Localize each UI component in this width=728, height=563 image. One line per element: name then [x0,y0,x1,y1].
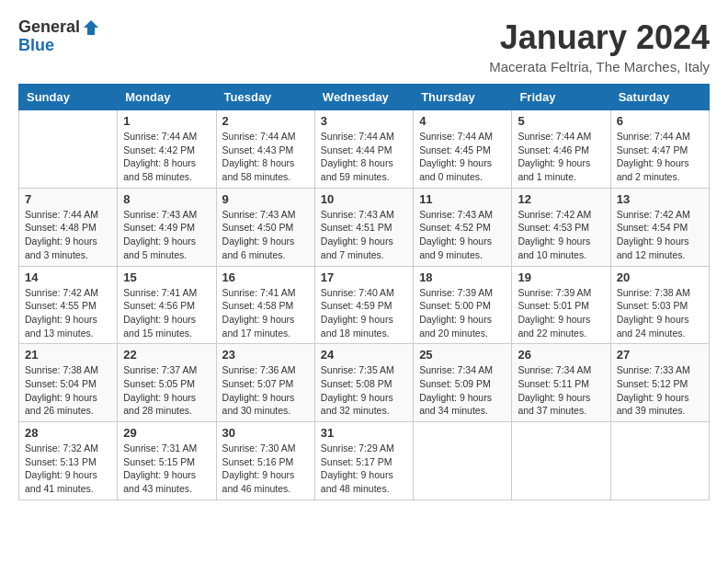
calendar-cell: 29Sunrise: 7:31 AMSunset: 5:15 PMDayligh… [118,422,216,500]
calendar-cell: 20Sunrise: 7:38 AMSunset: 5:03 PMDayligh… [610,266,709,344]
calendar-cell: 1Sunrise: 7:44 AMSunset: 4:42 PMDaylight… [118,110,216,189]
day-number: 13 [617,192,703,206]
day-number: 20 [617,270,703,284]
calendar-cell: 23Sunrise: 7:36 AMSunset: 5:07 PMDayligh… [216,344,314,422]
day-info: Sunrise: 7:41 AMSunset: 4:56 PMDaylight:… [123,286,210,340]
calendar-cell: 11Sunrise: 7:43 AMSunset: 4:52 PMDayligh… [414,188,512,266]
day-number: 19 [518,270,604,284]
day-info: Sunrise: 7:42 AMSunset: 4:53 PMDaylight:… [518,208,604,262]
day-number: 25 [419,348,506,362]
calendar-cell: 31Sunrise: 7:29 AMSunset: 5:17 PMDayligh… [314,422,413,500]
day-number: 17 [321,270,407,284]
day-info: Sunrise: 7:43 AMSunset: 4:51 PMDaylight:… [321,208,407,262]
day-number: 21 [25,348,111,362]
day-number: 30 [222,426,309,440]
day-number: 27 [617,348,703,362]
day-info: Sunrise: 7:42 AMSunset: 4:54 PMDaylight:… [617,208,703,262]
page-header: General Blue January 2024 Macerata Feltr… [18,18,710,75]
calendar-cell: 9Sunrise: 7:43 AMSunset: 4:50 PMDaylight… [216,188,314,266]
day-info: Sunrise: 7:39 AMSunset: 5:01 PMDaylight:… [518,286,604,340]
day-number: 18 [419,270,506,284]
day-number: 24 [321,348,407,362]
day-info: Sunrise: 7:35 AMSunset: 5:08 PMDaylight:… [321,363,407,418]
day-info: Sunrise: 7:40 AMSunset: 4:59 PMDaylight:… [321,286,407,340]
calendar-week-4: 28Sunrise: 7:32 AMSunset: 5:13 PMDayligh… [19,422,710,500]
calendar-cell: 10Sunrise: 7:43 AMSunset: 4:51 PMDayligh… [314,188,413,266]
calendar-cell: 16Sunrise: 7:41 AMSunset: 4:58 PMDayligh… [216,266,314,344]
day-info: Sunrise: 7:34 AMSunset: 5:09 PMDaylight:… [419,363,506,418]
calendar-cell: 8Sunrise: 7:43 AMSunset: 4:49 PMDaylight… [118,188,216,266]
header-saturday: Saturday [610,85,709,110]
logo-icon [82,18,100,37]
day-info: Sunrise: 7:33 AMSunset: 5:12 PMDaylight:… [617,363,703,418]
calendar-cell: 15Sunrise: 7:41 AMSunset: 4:56 PMDayligh… [118,266,216,344]
logo-text: General Blue [18,18,100,55]
header-sunday: Sunday [19,85,118,110]
day-info: Sunrise: 7:43 AMSunset: 4:49 PMDaylight:… [123,208,210,262]
day-number: 4 [419,114,506,128]
day-number: 15 [123,270,210,284]
day-number: 8 [123,192,210,206]
calendar-cell: 21Sunrise: 7:38 AMSunset: 5:04 PMDayligh… [19,344,118,422]
header-monday: Monday [118,85,216,110]
calendar-cell: 18Sunrise: 7:39 AMSunset: 5:00 PMDayligh… [414,266,512,344]
day-info: Sunrise: 7:41 AMSunset: 4:58 PMDaylight:… [222,286,309,340]
calendar-cell: 4Sunrise: 7:44 AMSunset: 4:45 PMDaylight… [414,110,512,189]
calendar-cell: 7Sunrise: 7:44 AMSunset: 4:48 PMDaylight… [19,188,118,266]
day-number: 11 [419,192,506,206]
header-wednesday: Wednesday [314,85,413,110]
day-info: Sunrise: 7:42 AMSunset: 4:55 PMDaylight:… [25,286,111,340]
day-info: Sunrise: 7:44 AMSunset: 4:47 PMDaylight:… [617,130,703,184]
day-number: 10 [321,192,407,206]
day-info: Sunrise: 7:43 AMSunset: 4:50 PMDaylight:… [222,208,309,262]
calendar-cell: 27Sunrise: 7:33 AMSunset: 5:12 PMDayligh… [610,344,709,422]
title-location: Macerata Feltria, The Marches, Italy [489,59,710,75]
calendar-week-0: 1Sunrise: 7:44 AMSunset: 4:42 PMDaylight… [19,110,710,189]
calendar-cell: 24Sunrise: 7:35 AMSunset: 5:08 PMDayligh… [314,344,413,422]
day-number: 9 [222,192,309,206]
day-info: Sunrise: 7:30 AMSunset: 5:16 PMDaylight:… [222,442,309,496]
calendar-cell: 3Sunrise: 7:44 AMSunset: 4:44 PMDaylight… [314,110,413,189]
day-number: 5 [518,114,604,128]
day-number: 6 [617,114,703,128]
calendar-cell: 5Sunrise: 7:44 AMSunset: 4:46 PMDaylight… [512,110,610,189]
calendar-cell [414,422,512,500]
day-number: 28 [25,426,111,440]
header-friday: Friday [512,85,610,110]
day-info: Sunrise: 7:37 AMSunset: 5:05 PMDaylight:… [123,363,210,418]
logo: General Blue [18,18,100,55]
calendar-week-1: 7Sunrise: 7:44 AMSunset: 4:48 PMDaylight… [19,188,710,266]
calendar-cell: 26Sunrise: 7:34 AMSunset: 5:11 PMDayligh… [512,344,610,422]
day-number: 31 [321,426,407,440]
logo-general: General [18,18,80,37]
day-info: Sunrise: 7:29 AMSunset: 5:17 PMDaylight:… [321,442,407,496]
calendar-cell: 2Sunrise: 7:44 AMSunset: 4:43 PMDaylight… [216,110,314,189]
title-month: January 2024 [489,18,710,57]
calendar-week-2: 14Sunrise: 7:42 AMSunset: 4:55 PMDayligh… [19,266,710,344]
day-info: Sunrise: 7:44 AMSunset: 4:46 PMDaylight:… [518,130,604,184]
day-number: 16 [222,270,309,284]
day-info: Sunrise: 7:38 AMSunset: 5:03 PMDaylight:… [617,286,703,340]
calendar-cell: 19Sunrise: 7:39 AMSunset: 5:01 PMDayligh… [512,266,610,344]
calendar-cell [512,422,610,500]
day-number: 23 [222,348,309,362]
day-info: Sunrise: 7:44 AMSunset: 4:45 PMDaylight:… [419,130,506,184]
day-number: 2 [222,114,309,128]
calendar-cell: 12Sunrise: 7:42 AMSunset: 4:53 PMDayligh… [512,188,610,266]
day-number: 1 [123,114,210,128]
calendar-cell: 25Sunrise: 7:34 AMSunset: 5:09 PMDayligh… [414,344,512,422]
calendar-cell: 14Sunrise: 7:42 AMSunset: 4:55 PMDayligh… [19,266,118,344]
calendar-cell: 30Sunrise: 7:30 AMSunset: 5:16 PMDayligh… [216,422,314,500]
svg-marker-0 [84,20,98,35]
header-thursday: Thursday [414,85,512,110]
day-info: Sunrise: 7:39 AMSunset: 5:00 PMDaylight:… [419,286,506,340]
calendar-header-row: SundayMondayTuesdayWednesdayThursdayFrid… [19,85,710,110]
day-info: Sunrise: 7:44 AMSunset: 4:44 PMDaylight:… [321,130,407,184]
day-info: Sunrise: 7:44 AMSunset: 4:48 PMDaylight:… [25,208,111,262]
calendar-cell: 6Sunrise: 7:44 AMSunset: 4:47 PMDaylight… [610,110,709,189]
calendar-cell [610,422,709,500]
day-number: 14 [25,270,111,284]
calendar-week-3: 21Sunrise: 7:38 AMSunset: 5:04 PMDayligh… [19,344,710,422]
day-info: Sunrise: 7:43 AMSunset: 4:52 PMDaylight:… [419,208,506,262]
day-info: Sunrise: 7:31 AMSunset: 5:15 PMDaylight:… [123,442,210,496]
